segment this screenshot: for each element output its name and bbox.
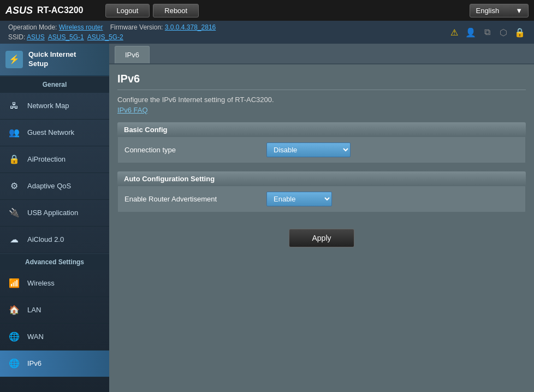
sidebar-item-usb-application-label: USB Application — [27, 209, 78, 217]
warning-icon: ⚠ — [448, 26, 460, 38]
info-left: Operation Mode: Wireless router Firmware… — [8, 22, 216, 42]
quick-setup-icon: ⚡ — [5, 51, 23, 68]
sidebar-item-network-map-label: Network Map — [27, 102, 69, 110]
wan-icon: 🌐 — [7, 329, 22, 345]
advanced-section-header: Advanced Settings — [0, 253, 109, 270]
sidebar-item-wireless-label: Wireless — [27, 279, 55, 287]
basic-config-section: Basic Config Connection type Disable Nat… — [117, 122, 526, 163]
firmware-label: Firmware Version: — [110, 23, 163, 31]
model-name: RT-AC3200 — [37, 5, 83, 15]
connection-type-select[interactable]: Disable Native Passthrough 6in4 6to4 6rd… — [266, 142, 351, 157]
language-label: English — [476, 7, 499, 15]
content-area: IPv6 IPv6 Configure the IPv6 Internet se… — [109, 44, 534, 392]
page-description: Configure the IPv6 Internet setting of R… — [117, 96, 526, 104]
sidebar-item-adaptive-qos[interactable]: ⚙ Adaptive QoS — [0, 173, 109, 200]
sidebar: ⚡ Quick Internet Setup General 🖧 Network… — [0, 44, 109, 392]
main-layout: ⚡ Quick Internet Setup General 🖧 Network… — [0, 44, 534, 392]
status-icons: ⚠ 👤 ⧉ ⬡ 🔒 — [448, 26, 526, 38]
operation-mode-value[interactable]: Wireless router — [59, 23, 103, 31]
sidebar-item-aiprotection[interactable]: 🔒 AiProtection — [0, 146, 109, 173]
sidebar-item-lan[interactable]: 🏠 LAN — [0, 297, 109, 324]
reboot-button[interactable]: Reboot — [153, 4, 199, 17]
auto-config-section: Auto Configuration Setting Enable Router… — [117, 171, 526, 212]
wireless-icon: 📶 — [7, 276, 22, 291]
sidebar-item-wireless[interactable]: 📶 Wireless — [0, 270, 109, 297]
aiprotection-icon: 🔒 — [7, 152, 22, 167]
guest-network-icon: 👥 — [7, 125, 22, 140]
basic-config-body: Connection type Disable Native Passthrou… — [117, 137, 526, 163]
apply-btn-row: Apply — [117, 221, 526, 256]
aicloud-icon: ☁ — [7, 232, 22, 247]
sidebar-item-lan-label: LAN — [27, 306, 41, 314]
apply-button[interactable]: Apply — [289, 229, 354, 247]
usb-icon: ⬡ — [497, 26, 509, 38]
operation-mode-label: Operation Mode: — [8, 23, 57, 31]
page-content: IPv6 Configure the IPv6 Internet setting… — [109, 64, 534, 264]
quick-setup-label: Quick Internet Setup — [28, 50, 76, 69]
info-bar: Operation Mode: Wireless router Firmware… — [0, 21, 534, 44]
tab-ipv6[interactable]: IPv6 — [115, 46, 150, 63]
quick-internet-setup[interactable]: ⚡ Quick Internet Setup — [0, 44, 109, 76]
ipv6-icon: 🌐 — [7, 356, 22, 371]
sidebar-item-aiprotection-label: AiProtection — [27, 155, 66, 163]
sidebar-item-aicloud-label: AiCloud 2.0 — [27, 235, 64, 243]
sidebar-item-wan[interactable]: 🌐 WAN — [0, 324, 109, 351]
sidebar-item-ipv6-label: IPv6 — [27, 359, 41, 367]
network-map-icon: 🖧 — [7, 98, 22, 114]
connection-type-label: Connection type — [124, 146, 266, 154]
ipv6-faq-link[interactable]: IPv6 FAQ — [117, 106, 148, 114]
adaptive-qos-icon: ⚙ — [7, 179, 22, 194]
connection-type-control: Disable Native Passthrough 6in4 6to4 6rd… — [266, 142, 519, 157]
ssid2[interactable]: ASUS_5G-1 — [48, 33, 84, 41]
usb-application-icon: 🔌 — [7, 205, 22, 221]
general-section-header: General — [0, 76, 109, 93]
ssid3[interactable]: ASUS_5G-2 — [87, 33, 123, 41]
logo-area: ASUS RT-AC3200 — [5, 5, 84, 16]
logout-button[interactable]: Logout — [105, 4, 150, 17]
sidebar-item-guest-network[interactable]: 👥 Guest Network — [0, 120, 109, 146]
auto-config-body: Enable Router Advertisement Enable Disab… — [117, 186, 526, 212]
asus-logo: ASUS — [5, 5, 33, 16]
sidebar-item-network-map[interactable]: 🖧 Network Map — [0, 93, 109, 120]
user-icon: 👤 — [465, 26, 477, 38]
page-title: IPv6 — [117, 73, 526, 85]
copy-icon: ⧉ — [481, 26, 493, 38]
page-divider — [117, 90, 526, 90]
auto-config-header: Auto Configuration Setting — [117, 171, 526, 186]
router-advertisement-row: Enable Router Advertisement Enable Disab… — [118, 186, 525, 212]
sidebar-item-guest-network-label: Guest Network — [27, 128, 74, 136]
language-selector[interactable]: English ▼ — [470, 4, 529, 17]
sidebar-item-ipv6[interactable]: 🌐 IPv6 — [0, 351, 109, 377]
connection-type-row: Connection type Disable Native Passthrou… — [118, 137, 525, 163]
router-advertisement-control: Enable Disable — [266, 192, 519, 206]
basic-config-header: Basic Config — [117, 122, 526, 137]
sidebar-item-aicloud[interactable]: ☁ AiCloud 2.0 — [0, 227, 109, 253]
chevron-down-icon: ▼ — [515, 7, 523, 15]
router-advertisement-label: Enable Router Advertisement — [124, 195, 266, 203]
sidebar-item-wan-label: WAN — [27, 332, 44, 341]
sidebar-item-adaptive-qos-label: Adaptive QoS — [27, 182, 71, 190]
lock-icon: 🔒 — [514, 26, 526, 38]
sidebar-item-usb-application[interactable]: 🔌 USB Application — [0, 200, 109, 227]
top-bar: ASUS RT-AC3200 Logout Reboot English ▼ — [0, 0, 534, 21]
tab-bar: IPv6 — [109, 44, 534, 64]
top-buttons: Logout Reboot — [105, 4, 199, 17]
ssid-label: SSID: — [8, 33, 25, 41]
router-advertisement-select[interactable]: Enable Disable — [266, 192, 332, 206]
ssid1[interactable]: ASUS — [27, 33, 45, 41]
firmware-value[interactable]: 3.0.0.4.378_2816 — [165, 23, 216, 31]
lan-icon: 🏠 — [7, 302, 22, 318]
